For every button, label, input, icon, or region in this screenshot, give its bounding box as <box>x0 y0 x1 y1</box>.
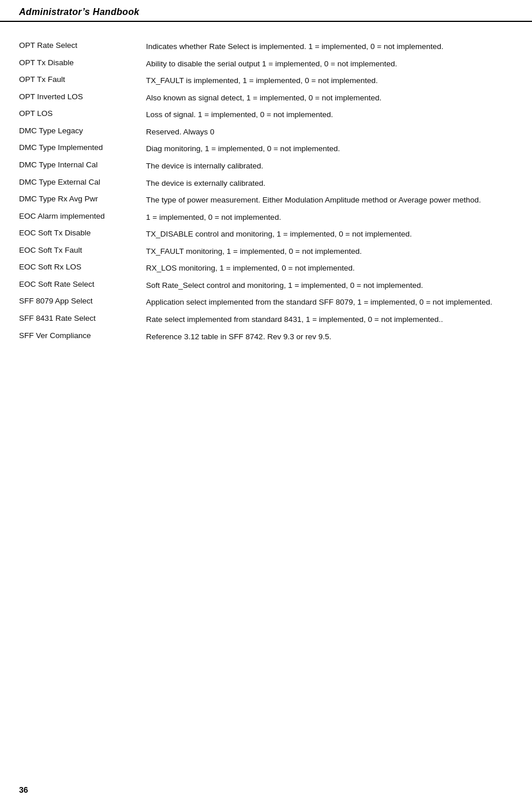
term-definition: 1 = implemented, 0 = not implemented. <box>146 209 513 226</box>
term-definition: Rate select implemented from standard 84… <box>146 311 513 328</box>
term-label: SFF 8079 App Select <box>19 294 146 311</box>
table-row: SFF Ver ComplianceReference 3.12 table i… <box>19 328 513 346</box>
term-label: EOC Soft Rx LOS <box>19 260 146 277</box>
table-row: EOC Soft Tx DisableTX_DISABLE control an… <box>19 226 513 243</box>
term-label: EOC Soft Tx Disable <box>19 226 146 243</box>
term-definition: Also known as signal detect, 1 = impleme… <box>146 89 513 107</box>
term-definition: Reference 3.12 table in SFF 8742. Rev 9.… <box>146 328 513 346</box>
term-definition: Soft Rate_Select control and monitoring,… <box>146 277 513 294</box>
term-label: EOC Soft Tx Fault <box>19 243 146 260</box>
term-label: OPT Tx Fault <box>19 72 146 89</box>
page-title: Administrator’s Handbook <box>19 7 139 17</box>
table-row: OPT LOSLoss of signal. 1 = implemented, … <box>19 106 513 123</box>
table-row: EOC Soft Tx FaultTX_FAULT monitoring, 1 … <box>19 243 513 260</box>
table-row: OPT Rate SelectIndicates whether Rate Se… <box>19 38 513 55</box>
term-definition: RX_LOS monitoring, 1 = implemented, 0 = … <box>146 260 513 277</box>
term-label: DMC Type External Cal <box>19 175 146 192</box>
page-footer: 36 <box>19 785 28 794</box>
term-label: SFF 8431 Rate Select <box>19 311 146 328</box>
term-label: OPT Inverted LOS <box>19 89 146 107</box>
page-number: 36 <box>19 785 28 794</box>
term-definition: TX_FAULT monitoring, 1 = implemented, 0 … <box>146 243 513 260</box>
table-row: EOC Soft Rx LOSRX_LOS monitoring, 1 = im… <box>19 260 513 277</box>
table-row: DMC Type Rx Avg PwrThe type of power mea… <box>19 192 513 209</box>
term-definition: The device is externally calibrated. <box>146 175 513 192</box>
page-content: OPT Rate SelectIndicates whether Rate Se… <box>0 22 532 368</box>
term-table: OPT Rate SelectIndicates whether Rate Se… <box>19 38 513 345</box>
term-definition: The type of power measurement. Either Mo… <box>146 192 513 209</box>
table-row: EOC Soft Rate SelectSoft Rate_Select con… <box>19 277 513 294</box>
table-row: DMC Type Internal CalThe device is inter… <box>19 158 513 175</box>
term-label: OPT Tx Disable <box>19 55 146 73</box>
term-label: EOC Soft Rate Select <box>19 277 146 294</box>
table-row: EOC Alarm implemented1 = implemented, 0 … <box>19 209 513 226</box>
term-definition: The device is internally calibrated. <box>146 158 513 175</box>
term-definition: Diag monitoring, 1 = implemented, 0 = no… <box>146 140 513 158</box>
table-row: SFF 8079 App SelectApplication select im… <box>19 294 513 311</box>
table-row: OPT Tx DisableAbility to disable the ser… <box>19 55 513 73</box>
table-row: OPT Inverted LOSAlso known as signal det… <box>19 89 513 107</box>
table-row: OPT Tx FaultTX_FAULT is implemented, 1 =… <box>19 72 513 89</box>
term-definition: Reserved. Always 0 <box>146 123 513 141</box>
term-definition: TX_DISABLE control and monitoring, 1 = i… <box>146 226 513 243</box>
table-row: DMC Type ImplementedDiag monitoring, 1 =… <box>19 140 513 158</box>
term-label: DMC Type Rx Avg Pwr <box>19 192 146 209</box>
term-definition: TX_FAULT is implemented, 1 = implemented… <box>146 72 513 89</box>
term-label: DMC Type Legacy <box>19 123 146 141</box>
term-label: OPT Rate Select <box>19 38 146 55</box>
table-row: SFF 8431 Rate SelectRate select implemen… <box>19 311 513 328</box>
page-header: Administrator’s Handbook <box>0 0 532 22</box>
table-row: DMC Type External CalThe device is exter… <box>19 175 513 192</box>
table-row: DMC Type LegacyReserved. Always 0 <box>19 123 513 141</box>
term-label: DMC Type Internal Cal <box>19 158 146 175</box>
term-label: SFF Ver Compliance <box>19 328 146 346</box>
term-label: DMC Type Implemented <box>19 140 146 158</box>
term-label: OPT LOS <box>19 106 146 123</box>
term-definition: Application select implemented from the … <box>146 294 513 311</box>
term-definition: Indicates whether Rate Select is impleme… <box>146 38 513 55</box>
term-definition: Ability to disable the serial output 1 =… <box>146 55 513 73</box>
term-label: EOC Alarm implemented <box>19 209 146 226</box>
term-definition: Loss of signal. 1 = implemented, 0 = not… <box>146 106 513 123</box>
